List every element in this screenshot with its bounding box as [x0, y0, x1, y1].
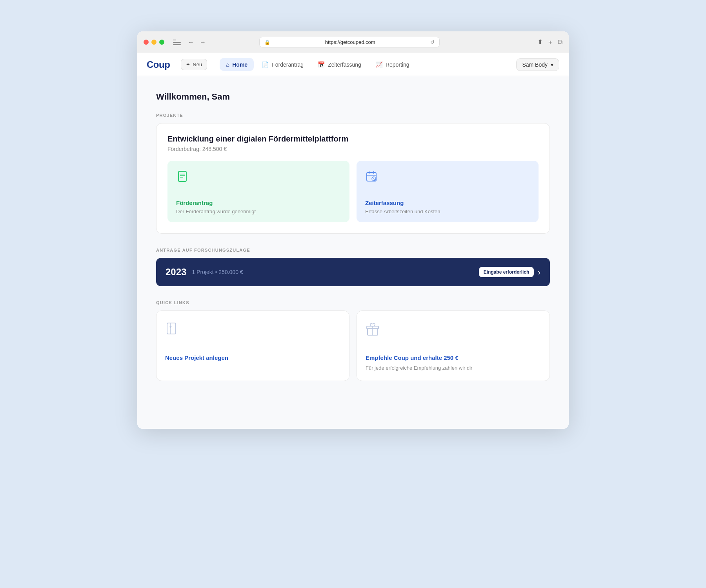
refer-desc: Für jede erfolgreiche Empfehlung zahlen … — [366, 364, 541, 372]
welcome-title: Willkommen, Sam — [156, 92, 550, 102]
research-meta: 1 Projekt • 250.000 € — [192, 269, 243, 275]
sidebar-toggle[interactable] — [173, 40, 181, 45]
svg-line-11 — [374, 179, 375, 180]
status-badge: Eingabe erforderlich — [479, 267, 534, 277]
quick-links-row: Neues Projekt anlegen Empfehle Coup u — [156, 310, 550, 381]
project-title: Entwicklung einer digialen Fördermittelp… — [167, 134, 539, 143]
traffic-lights — [144, 40, 164, 45]
nav-tab-forderantrag[interactable]: 📄 Förderantrag — [255, 58, 310, 71]
zeiterfassung-title: Zeiterfassung — [365, 200, 530, 206]
svg-rect-4 — [178, 172, 179, 174]
quick-links-section: QUICK LINKS Neues Projekt anlegen — [156, 300, 550, 381]
refer-title: Empfehle Coup und erhalte 250 € — [366, 354, 541, 361]
back-button[interactable]: ← — [186, 38, 196, 47]
main-nav: ⌂ Home 📄 Förderantrag 📅 Zeiterfassung 📈 … — [220, 58, 415, 71]
quick-link-refer[interactable]: Empfehle Coup und erhalte 250 € Für jede… — [357, 310, 550, 381]
lock-icon: 🔒 — [264, 40, 270, 45]
zeiterfassung-card[interactable]: Zeiterfassung Erfasse Arbeitszeiten und … — [357, 161, 539, 222]
forderantrag-title: Förderantrag — [176, 200, 341, 206]
quick-link-new-project[interactable]: Neues Projekt anlegen — [156, 310, 349, 381]
app-logo: Coup — [147, 59, 170, 70]
zeiterfassung-desc: Erfasse Arbeitszeiten und Kosten — [365, 209, 530, 214]
projects-section-label: PROJEKTE — [156, 113, 550, 118]
nav-tab-home[interactable]: ⌂ Home — [220, 58, 254, 71]
sparkle-icon: ✦ — [186, 62, 190, 67]
main-content: Willkommen, Sam PROJEKTE Entwicklung ein… — [137, 76, 569, 429]
quick-links-label: QUICK LINKS — [156, 300, 550, 305]
chevron-down-icon: ▾ — [551, 62, 553, 68]
url-text: https://getcouped.com — [273, 39, 427, 45]
zeiterfassung-icon — [365, 170, 530, 185]
svg-rect-13 — [167, 323, 176, 334]
forderantrag-desc: Der Förderantrag wurde genehmigt — [176, 209, 341, 214]
calendar-icon: 📅 — [318, 61, 325, 68]
add-document-icon — [165, 322, 340, 339]
browser-chrome: ← → 🔒 https://getcouped.com ↺ ⬆ + ⧉ — [137, 31, 569, 53]
browser-actions: ⬆ + ⧉ — [537, 38, 562, 46]
gift-icon — [366, 322, 541, 339]
minimize-button[interactable] — [151, 40, 156, 45]
forward-button[interactable]: → — [198, 38, 207, 47]
research-row[interactable]: 2023 1 Projekt • 250.000 € Eingabe erfor… — [156, 258, 550, 286]
svg-rect-0 — [178, 171, 186, 181]
research-year: 2023 — [166, 267, 186, 278]
forderantrag-icon — [176, 170, 341, 185]
refresh-button[interactable]: ↺ — [430, 39, 435, 45]
chart-icon: 📈 — [375, 61, 383, 68]
maximize-button[interactable] — [159, 40, 164, 45]
document-icon: 📄 — [262, 61, 269, 68]
new-button[interactable]: ✦ Neu — [181, 59, 207, 70]
app-nav: Coup ✦ Neu ⌂ Home 📄 Förderantrag 📅 Zeite… — [137, 53, 569, 76]
user-menu-button[interactable]: Sam Body ▾ — [516, 58, 559, 71]
browser-window: ← → 🔒 https://getcouped.com ↺ ⬆ + ⧉ Coup… — [137, 31, 569, 429]
close-button[interactable] — [144, 40, 149, 45]
chevron-right-icon: › — [538, 268, 540, 277]
new-project-title: Neues Projekt anlegen — [165, 354, 340, 361]
nav-tab-reporting[interactable]: 📈 Reporting — [369, 58, 416, 71]
tabs-button[interactable]: ⧉ — [558, 38, 562, 46]
home-icon: ⌂ — [226, 61, 229, 68]
research-badge: Eingabe erforderlich › — [479, 267, 540, 277]
nav-tab-zeiterfassung[interactable]: 📅 Zeiterfassung — [311, 58, 368, 71]
project-sub-cards: Förderantrag Der Förderantrag wurde gene… — [167, 161, 539, 222]
share-button[interactable]: ⬆ — [537, 38, 543, 46]
new-tab-button[interactable]: + — [548, 38, 552, 46]
project-card: Entwicklung einer digialen Fördermittelp… — [156, 123, 550, 234]
research-section-label: ANTRÄGE AUF FORSCHUNGSZULAGE — [156, 248, 550, 252]
browser-nav: ← → — [186, 38, 207, 47]
research-section: ANTRÄGE AUF FORSCHUNGSZULAGE 2023 1 Proj… — [156, 248, 550, 286]
project-amount: Förderbetrag: 248.500 € — [167, 146, 539, 152]
forderantrag-card[interactable]: Förderantrag Der Förderantrag wurde gene… — [167, 161, 349, 222]
address-bar[interactable]: 🔒 https://getcouped.com ↺ — [259, 37, 440, 47]
